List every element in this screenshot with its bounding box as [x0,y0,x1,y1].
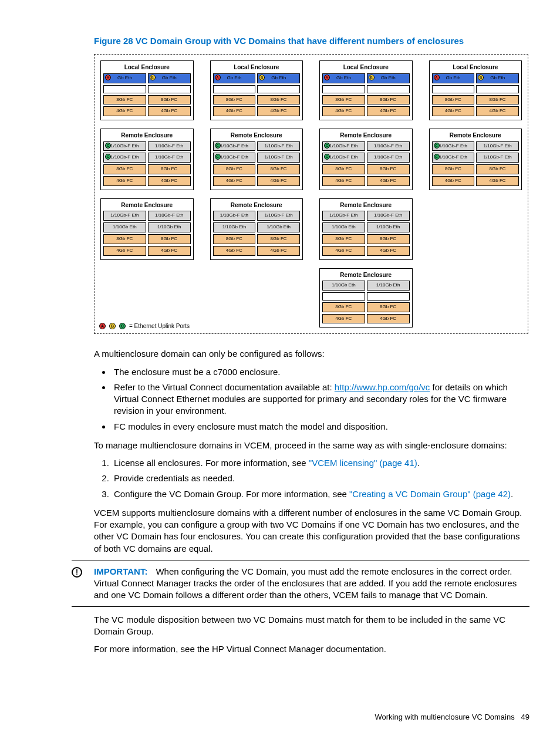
module-fc4: 4Gb FC [103,106,146,116]
module-fc4: 4Gb FC [103,176,146,186]
bullet-item: The enclosure must be a c7000 enclosure. [112,366,529,378]
step-item: License all enclosures. For more informa… [112,457,529,469]
vc-domain-col-4: Local Enclosure AGb EthBGb Eth 8Gb FC8Gb… [429,60,522,190]
remote-enclosure: Remote Enclosure 1/10Gb-F Eth1/10Gb-F Et… [100,198,194,260]
module-10gbf-eth: 1/10Gb-F Eth [148,211,191,221]
figure-title: Figure 28 VC Domain Group with VC Domain… [94,35,529,47]
port-a-icon: A [105,75,111,80]
module-10gb-eth: 1/10Gb Eth [103,222,146,232]
module-gb-eth: AGb Eth [103,73,146,83]
module-fc8: 8Gb FC [103,234,146,244]
remote-enclosure: Remote Enclosure C1/10Gb-F Eth1/10Gb-F E… [429,129,522,190]
paragraph: To manage multienclosure domains in VCEM… [94,440,529,451]
remote-enclosure: Remote Enclosure C1/10Gb-F Eth1/10Gb-F E… [100,129,194,190]
module-fc4: 4Gb FC [148,176,191,186]
port-b-icon: B [109,323,116,329]
page-footer: Working with multienclosure VC Domains 4… [375,712,530,723]
paragraph: For more information, see the HP Virtual… [94,643,529,655]
local-enclosure: Local Enclosure AGb EthBGb Eth 8Gb FC8Gb… [210,60,303,120]
module-10gb-eth: 1/10Gb Eth [148,222,191,232]
legend-text: = Ethernet Uplink Ports [129,322,190,330]
xref-vcem-licensing[interactable]: "VCEM licensing" (page 41) [309,458,417,468]
xref-create-vc-domain-group[interactable]: "Creating a VC Domain Group" (page 42) [349,489,511,499]
port-c-icon: C [119,323,126,329]
step-item: Provide credentials as needed. [112,472,529,484]
remote-enclosure: Remote Enclosure 1/10Gb Eth1/10Gb Eth 8G… [319,268,413,328]
module-gb-eth: BGb Eth [148,73,191,83]
module-fc8: 8Gb FC [103,164,146,174]
port-b-icon: B [150,75,156,80]
module-fc8: 8Gb FC [148,95,191,105]
remote-enclosure: Remote Enclosure 1/10Gb-F Eth1/10Gb-F Et… [319,198,413,260]
bullet-item: Refer to the Virtual Connect documentati… [112,382,529,417]
module-10gbf-eth: C1/10Gb-F Eth [103,141,146,151]
remote-enclosure: Remote Enclosure C1/10Gb-F Eth1/10Gb-F E… [319,129,413,190]
module-blank [103,85,146,93]
port-c-icon: C [105,143,111,148]
port-a-icon: A [99,323,106,329]
important-callout: ! IMPORTANT:When configuring the VC Doma… [72,561,529,607]
vc-domain-col-2: Local Enclosure AGb EthBGb Eth 8Gb FC8Gb… [210,60,303,259]
remote-enclosure: Remote Enclosure C1/10Gb-F Eth1/10Gb-F E… [210,129,303,190]
paragraph: VCEM supports multienclosure domains wit… [94,507,529,555]
module-10gbf-eth: 1/10Gb-F Eth [148,153,191,163]
important-text: When configuring the VC Domain, you must… [94,566,517,600]
bullet-item: FC modules in every enclosure must match… [112,421,529,433]
module-fc8: 8Gb FC [148,164,191,174]
module-fc4: 4Gb FC [148,246,191,256]
module-fc8: 8Gb FC [148,234,191,244]
paragraph: A multienclosure domain can only be conf… [94,348,529,360]
footer-section: Working with multienclosure VC Domains [375,713,515,721]
vc-domain-col-3: Local Enclosure AGb EthBGb Eth 8Gb FC8Gb… [319,60,413,328]
paragraph: The VC module disposition between two VC… [94,614,529,638]
remote-enclosure: Remote Enclosure 1/10Gb-F Eth1/10Gb-F Et… [210,198,303,260]
module-10gbf-eth: 1/10Gb-F Eth [148,141,191,151]
enclosure-title: Remote Enclosure [103,131,191,140]
local-enclosure: Local Enclosure AGb Eth BGb Eth 8Gb FC8G… [100,60,194,120]
footer-page-number: 49 [521,713,529,721]
module-fc8: 8Gb FC [103,95,146,105]
enclosure-title: Remote Enclosure [103,201,191,210]
module-fc4: 4Gb FC [103,246,146,256]
important-label: IMPORTANT: [94,566,147,576]
link-hp-vc[interactable]: http://www.hp.com/go/vc [335,382,430,392]
vc-domain-col-1: Local Enclosure AGb Eth BGb Eth 8Gb FC8G… [100,60,194,259]
enclosure-title: Local Enclosure [103,63,191,72]
module-10gbf-eth: 1/10Gb-F Eth [103,211,146,221]
module-fc4: 4Gb FC [148,106,191,116]
local-enclosure: Local Enclosure AGb EthBGb Eth 8Gb FC8Gb… [319,60,413,120]
important-icon: ! [72,567,82,578]
local-enclosure: Local Enclosure AGb EthBGb Eth 8Gb FC8Gb… [429,60,522,120]
module-10gbf-eth: C1/10Gb-F Eth [103,153,146,163]
step-item: Configure the VC Domain Group. For more … [112,488,529,500]
module-blank [148,85,191,93]
legend: A B C = Ethernet Uplink Ports [99,322,190,330]
figure-diagram: Local Enclosure AGb Eth BGb Eth 8Gb FC8G… [94,54,528,334]
